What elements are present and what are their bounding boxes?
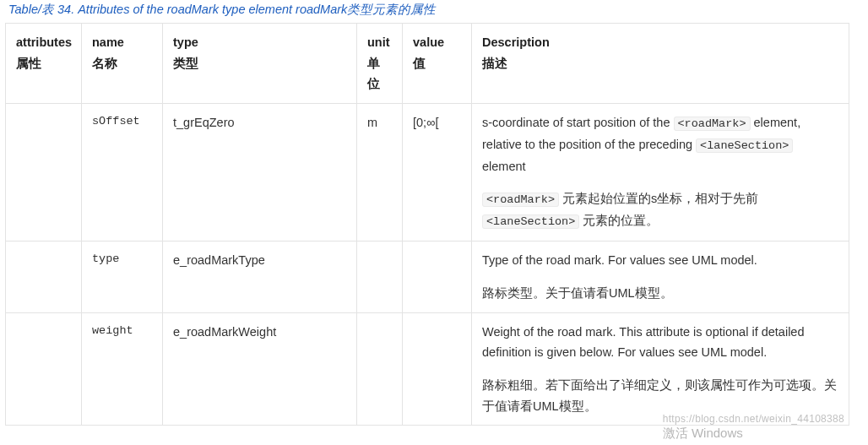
code-tag: <laneSection> bbox=[696, 138, 793, 153]
cell-type: e_roadMarkWeight bbox=[163, 312, 357, 426]
desc-en: Weight of the road mark. This attribute … bbox=[482, 322, 838, 363]
desc-zh: 路标粗细。若下面给出了详细定义，则该属性可作为可选项。关于值请看UML模型。 bbox=[482, 375, 838, 416]
desc-en: s-coordinate of start position of the <r… bbox=[482, 112, 838, 177]
header-zh: 属性 bbox=[16, 57, 41, 70]
header-zh: 单位 bbox=[367, 57, 380, 91]
cell-name: type bbox=[82, 241, 163, 312]
table-row: sOffset t_grEqZero m [0;∞[ s-coordinate … bbox=[6, 103, 849, 241]
code-tag: <roadMark> bbox=[674, 117, 751, 131]
col-value: value 值 bbox=[403, 24, 472, 104]
header-en: attributes bbox=[16, 35, 72, 49]
desc-en: Type of the road mark. For values see UM… bbox=[482, 250, 838, 271]
cell-description: Weight of the road mark. This attribute … bbox=[472, 312, 849, 426]
col-name: name 名称 bbox=[82, 24, 163, 104]
header-en: value bbox=[413, 35, 444, 49]
col-type: type 类型 bbox=[163, 24, 357, 104]
document-scroll-area[interactable]: Table/表 34. Attributes of the roadMark t… bbox=[0, 0, 868, 445]
cell-description: s-coordinate of start position of the <r… bbox=[472, 103, 849, 241]
header-en: type bbox=[173, 35, 198, 49]
cell-unit bbox=[357, 241, 403, 312]
desc-zh: <roadMark> 元素起始位置的s坐标，相对于先前 <laneSection… bbox=[482, 188, 838, 232]
cell-attributes bbox=[6, 241, 82, 312]
header-zh: 值 bbox=[413, 57, 426, 70]
cell-name: weight bbox=[82, 312, 163, 426]
table-header-row: attributes 属性 name 名称 type 类型 unit 单位 va… bbox=[6, 24, 849, 104]
header-en: Description bbox=[482, 35, 550, 49]
cell-value bbox=[403, 312, 472, 426]
attributes-table: attributes 属性 name 名称 type 类型 unit 单位 va… bbox=[5, 23, 849, 426]
cell-description: Type of the road mark. For values see UM… bbox=[472, 241, 849, 312]
cell-type: e_roadMarkType bbox=[163, 241, 357, 312]
code-tag: <laneSection> bbox=[482, 214, 579, 229]
cell-value: [0;∞[ bbox=[403, 103, 472, 241]
cell-value bbox=[403, 241, 472, 312]
table-caption: Table/表 34. Attributes of the roadMark t… bbox=[0, 0, 868, 23]
desc-zh: 路标类型。关于值请看UML模型。 bbox=[482, 283, 838, 304]
cell-type: t_grEqZero bbox=[163, 103, 357, 241]
col-description: Description 描述 bbox=[472, 24, 849, 104]
cell-attributes bbox=[6, 312, 82, 426]
table-row: type e_roadMarkType Type of the road mar… bbox=[6, 241, 849, 312]
col-attributes: attributes 属性 bbox=[6, 24, 82, 104]
header-zh: 名称 bbox=[92, 57, 117, 70]
col-unit: unit 单位 bbox=[357, 24, 403, 104]
code-tag: <roadMark> bbox=[482, 193, 559, 207]
header-zh: 类型 bbox=[173, 57, 198, 70]
cell-name: sOffset bbox=[82, 103, 163, 241]
cell-unit bbox=[357, 312, 403, 426]
header-zh: 描述 bbox=[482, 57, 507, 70]
header-en: name bbox=[92, 35, 124, 49]
header-en: unit bbox=[367, 35, 390, 49]
cell-attributes bbox=[6, 103, 82, 241]
table-row: weight e_roadMarkWeight Weight of the ro… bbox=[6, 312, 849, 426]
cell-unit: m bbox=[357, 103, 403, 241]
